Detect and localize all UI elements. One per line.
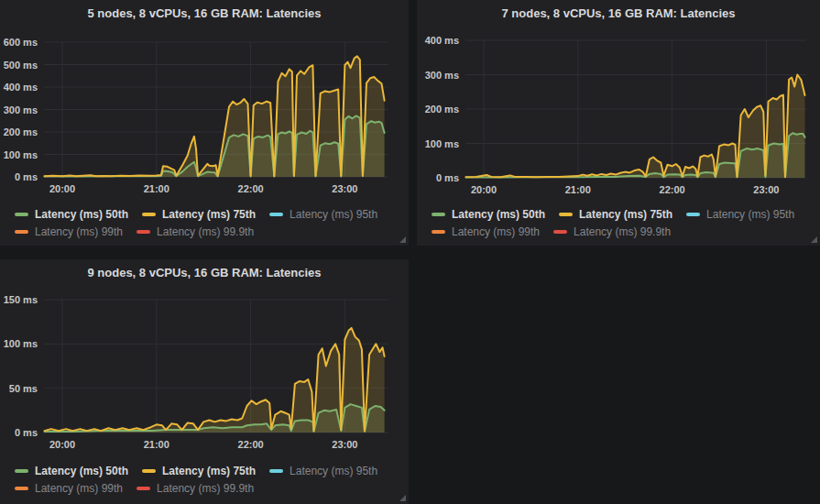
legend-swatch-icon [269, 469, 283, 473]
y-tick-label: 300 ms [4, 104, 38, 115]
legend-swatch-icon [137, 230, 150, 234]
series-area [466, 75, 805, 179]
legend-label: Latency (ms) 95th [290, 208, 377, 221]
chart-legend: Latency (ms) 50thLatency (ms) 75thLatenc… [15, 462, 391, 497]
series-area [45, 56, 385, 177]
legend-label: Latency (ms) 99th [35, 225, 123, 238]
y-tick-label: 300 ms [425, 70, 459, 81]
legend-item-latency-ms-99.9th[interactable]: Latency (ms) 99.9th [137, 225, 254, 238]
y-tick-label: 400 ms [4, 82, 38, 93]
legend-swatch-icon [559, 213, 573, 216]
legend-item-latency-ms-50th[interactable]: Latency (ms) 50th [432, 208, 545, 221]
x-tick-label: 22:00 [238, 183, 264, 194]
chart-canvas: 600 ms500 ms400 ms300 ms200 ms100 ms0 ms… [0, 0, 409, 205]
x-tick-label: 21:00 [144, 439, 169, 450]
y-tick-label: 100 ms [4, 149, 38, 160]
y-tick-label: 0 ms [436, 172, 459, 183]
x-tick-label: 20:00 [471, 184, 497, 195]
latency-chart-9-nodes[interactable]: 150 ms100 ms50 ms0 ms20:0021:0022:0023:0… [0, 259, 409, 462]
y-tick-label: 200 ms [4, 126, 38, 137]
y-tick-label: 100 ms [4, 338, 38, 349]
panel-resize-handle[interactable] [399, 236, 406, 243]
chart-legend: Latency (ms) 50thLatency (ms) 75thLatenc… [15, 205, 391, 240]
panel-latencies-9-nodes: 9 nodes, 8 vCPUs, 16 GB RAM: Latencies 1… [0, 259, 409, 504]
latency-chart-5-nodes[interactable]: 600 ms500 ms400 ms300 ms200 ms100 ms0 ms… [0, 0, 409, 205]
legend-swatch-icon [142, 469, 156, 473]
chart-legend: Latency (ms) 50thLatency (ms) 75thLatenc… [432, 205, 808, 240]
chart-canvas: 400 ms300 ms200 ms100 ms0 ms20:0021:0022… [417, 0, 820, 205]
legend-item-latency-ms-99.9th[interactable]: Latency (ms) 99.9th [137, 482, 254, 495]
legend-item-latency-ms-99.9th[interactable]: Latency (ms) 99.9th [553, 225, 671, 238]
legend-label: Latency (ms) 95th [706, 208, 794, 221]
legend-item-latency-ms-75th[interactable]: Latency (ms) 75th [559, 208, 672, 221]
legend-swatch-icon [15, 487, 28, 490]
legend-label: Latency (ms) 75th [162, 208, 256, 221]
legend-label: Latency (ms) 95th [290, 465, 377, 477]
x-tick-label: 21:00 [565, 184, 591, 195]
y-tick-label: 200 ms [425, 104, 459, 115]
x-tick-label: 22:00 [660, 184, 685, 195]
panel-resize-handle[interactable] [811, 236, 817, 243]
panel-resize-handle[interactable] [399, 495, 406, 501]
y-tick-label: 100 ms [425, 138, 459, 149]
legend-item-latency-ms-75th[interactable]: Latency (ms) 75th [142, 208, 256, 221]
chart-canvas: 150 ms100 ms50 ms0 ms20:0021:0022:0023:0… [0, 259, 409, 462]
panel-latencies-7-nodes: 7 nodes, 8 vCPUs, 16 GB RAM: Latencies 4… [417, 0, 820, 246]
legend-swatch-icon [269, 213, 283, 216]
legend-row: Latency (ms) 50thLatency (ms) 75thLatenc… [15, 462, 391, 479]
legend-label: Latency (ms) 50th [35, 208, 128, 221]
y-tick-label: 0 ms [15, 427, 38, 438]
legend-item-latency-ms-95th[interactable]: Latency (ms) 95th [686, 208, 794, 221]
legend-swatch-icon [142, 213, 156, 216]
legend-swatch-icon [137, 487, 150, 490]
legend-label: Latency (ms) 99.9th [574, 225, 671, 238]
legend-row: Latency (ms) 50thLatency (ms) 75thLatenc… [432, 205, 808, 223]
latency-chart-7-nodes[interactable]: 400 ms300 ms200 ms100 ms0 ms20:0021:0022… [417, 0, 820, 205]
legend-swatch-icon [553, 230, 567, 234]
x-tick-label: 22:00 [238, 439, 264, 450]
legend-label: Latency (ms) 99th [452, 225, 540, 238]
legend-label: Latency (ms) 50th [35, 465, 128, 477]
legend-item-latency-ms-75th[interactable]: Latency (ms) 75th [142, 465, 256, 477]
legend-swatch-icon [432, 213, 445, 216]
legend-item-latency-ms-50th[interactable]: Latency (ms) 50th [15, 208, 128, 221]
legend-item-latency-ms-50th[interactable]: Latency (ms) 50th [15, 465, 128, 477]
legend-swatch-icon [15, 213, 28, 216]
legend-item-latency-ms-99th[interactable]: Latency (ms) 99th [15, 225, 123, 238]
x-tick-label: 21:00 [144, 183, 169, 194]
x-tick-label: 20:00 [49, 439, 75, 450]
legend-label: Latency (ms) 99th [35, 482, 123, 495]
legend-swatch-icon [15, 469, 28, 473]
legend-label: Latency (ms) 50th [452, 208, 545, 221]
legend-swatch-icon [432, 230, 445, 234]
legend-label: Latency (ms) 99.9th [157, 225, 254, 238]
legend-item-latency-ms-99th[interactable]: Latency (ms) 99th [15, 482, 123, 495]
x-tick-label: 23:00 [332, 439, 357, 450]
x-tick-label: 20:00 [49, 183, 75, 194]
legend-swatch-icon [686, 213, 700, 216]
y-tick-label: 500 ms [4, 60, 38, 71]
x-tick-label: 23:00 [753, 184, 779, 195]
legend-label: Latency (ms) 75th [162, 465, 256, 477]
x-tick-label: 23:00 [332, 183, 357, 194]
panel-latencies-5-nodes: 5 nodes, 8 vCPUs, 16 GB RAM: Latencies 6… [0, 0, 409, 246]
y-tick-label: 150 ms [4, 294, 38, 305]
legend-row: Latency (ms) 50thLatency (ms) 75thLatenc… [15, 205, 391, 223]
legend-label: Latency (ms) 99.9th [157, 482, 254, 495]
legend-row: Latency (ms) 99thLatency (ms) 99.9th [432, 223, 808, 240]
y-tick-label: 0 ms [15, 171, 38, 182]
legend-row: Latency (ms) 99thLatency (ms) 99.9th [15, 223, 391, 240]
legend-item-latency-ms-95th[interactable]: Latency (ms) 95th [269, 208, 377, 221]
legend-swatch-icon [15, 230, 28, 234]
y-tick-label: 600 ms [4, 37, 38, 48]
y-tick-label: 50 ms [9, 383, 38, 394]
y-tick-label: 400 ms [425, 35, 459, 46]
legend-row: Latency (ms) 99thLatency (ms) 99.9th [15, 479, 391, 497]
legend-label: Latency (ms) 75th [579, 208, 672, 221]
legend-item-latency-ms-95th[interactable]: Latency (ms) 95th [269, 465, 377, 477]
legend-item-latency-ms-99th[interactable]: Latency (ms) 99th [432, 225, 540, 238]
